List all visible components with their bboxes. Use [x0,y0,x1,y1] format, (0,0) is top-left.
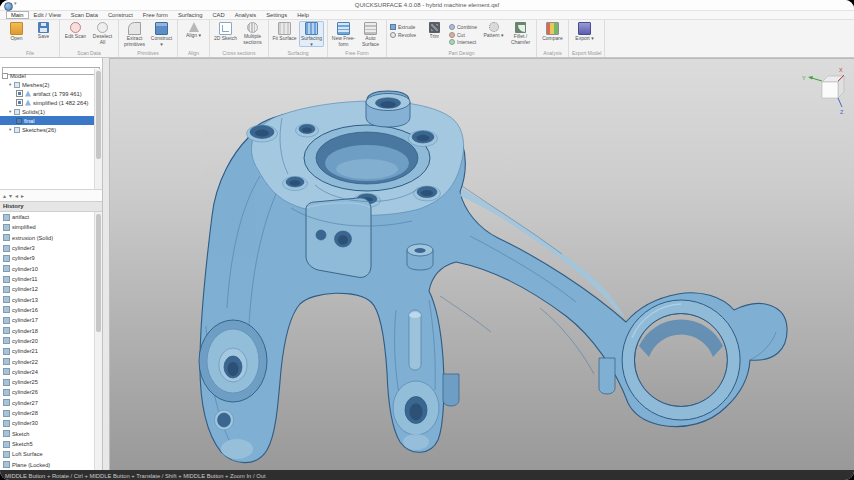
history-item-cylinder28[interactable]: cylinder28 [0,408,102,418]
construct-button[interactable]: Construct ▾ [149,21,174,47]
align-button[interactable]: Align ▾ [181,21,206,39]
fillet-chamfer-button[interactable]: Fillet / Chamfer [508,21,533,45]
viewport-3d[interactable]: Y X Z [110,58,854,470]
history-item-loft-surface[interactable]: Loft Surface [0,449,102,459]
tab-construct[interactable]: Construct [103,11,138,19]
panel-splitter[interactable] [103,58,110,470]
history-item-artifact[interactable]: artifact [0,212,102,222]
history-item-cylinder17[interactable]: cylinder17 [0,315,102,325]
history-item-cylinder12[interactable]: cylinder12 [0,284,102,294]
history-item-sketch[interactable]: Sketch [0,429,102,439]
tree-item-artifact-1-799-461[interactable]: artifact (1 799 461) [0,89,102,98]
history-item-simplified[interactable]: simplified [0,222,102,232]
feature-icon [3,451,10,458]
history-item-cylinder27[interactable]: cylinder27 [0,398,102,408]
ribbon-group-file: OpenSaveFile [1,20,60,57]
ribbon-group-part-design: ExtrudeRevolveTrimCombineCutIntersectPat… [387,20,537,57]
history-item-cylinder3[interactable]: cylinder3 [0,243,102,253]
sort-asc-icon[interactable]: ▴ [3,193,6,199]
history-item-sketch5[interactable]: Sketch5 [0,439,102,449]
auto-surface-button[interactable]: Auto Surface [358,21,383,47]
step-forward-icon[interactable]: ▸ [21,193,24,199]
ribbon-group-surfacing: Fit SurfaceSurfacing ▾Surfacing [269,20,328,57]
tie-rod-ring[interactable] [622,300,740,420]
tab-help[interactable]: Help [292,11,314,19]
intersect-button[interactable]: Intersect [449,39,479,45]
tree-scrollbar-thumb[interactable] [96,71,101,159]
compare-button[interactable]: Compare [540,21,565,42]
revolve-button[interactable]: Revolve [390,32,420,38]
multiple-sections-button[interactable]: Multiple sections [240,21,265,45]
ribbon-tabs: MainEdit / ViewScan DataConstructFree fo… [0,11,854,20]
history-item-cylinder21[interactable]: cylinder21 [0,346,102,356]
edit-scan-button[interactable]: Edit Scan [63,21,88,40]
tab-cad[interactable]: CAD [207,11,229,19]
tab-free-form[interactable]: Free form [138,11,173,19]
step-back-icon[interactable]: ◂ [15,193,18,199]
feature-icon [3,358,10,365]
left-bearing-boss[interactable] [199,320,267,402]
history-scrollbar[interactable] [94,212,102,470]
folder-icon [14,127,20,133]
fit-surface-button[interactable]: Fit Surface [272,21,297,42]
history-item-cylinder16[interactable]: cylinder16 [0,305,102,315]
tab-surfacing[interactable]: Surfacing [173,11,208,19]
tab-main[interactable]: Main [6,11,29,19]
2d-sketch-button[interactable]: 2D Sketch [213,21,238,42]
mounting-tab[interactable] [306,198,371,278]
history-item-cylinder11[interactable]: cylinder11 [0,274,102,284]
history-item-cylinder18[interactable]: cylinder18 [0,325,102,335]
tab-scan-data[interactable]: Scan Data [66,11,103,19]
model-steering-knuckle[interactable] [110,58,854,470]
combine-button[interactable]: Combine [449,24,479,30]
deselect-all-button[interactable]: Deselect All [90,21,115,45]
visibility-checkbox[interactable] [16,90,23,97]
feature-icon [3,214,10,221]
tree-item-final[interactable]: final [0,116,102,125]
cut-button[interactable]: Cut [449,32,479,38]
tab-settings[interactable]: Settings [261,11,292,19]
history-item-cylinder26[interactable]: cylinder26 [0,387,102,397]
top-boss[interactable] [366,94,410,128]
tree-scrollbar[interactable] [94,69,102,189]
app-window: ▾ QUICKSURFACE 4.0.08 - hybrid machine e… [0,0,854,480]
tree-item-solids-1[interactable]: ▾Solids(1) [0,107,102,116]
history-toolbar: ▴▾◂▸ [0,189,102,201]
tab-analysis[interactable]: Analysis [230,11,262,19]
pattern-button[interactable]: Pattern ▾ [481,21,506,39]
trim-button[interactable]: Trim [422,21,447,40]
history-item-plane-locked[interactable]: Plane (Locked) [0,460,102,470]
new-free-form-button[interactable]: New Free-form [331,21,356,47]
tree-item-sketches-26[interactable]: ▾Sketches(26) [0,125,102,134]
history-item-cylinder22[interactable]: cylinder22 [0,356,102,366]
align-icon [189,22,199,32]
open-button[interactable]: Open [4,21,29,42]
visibility-checkbox[interactable] [16,99,23,106]
history-list: artifactsimplifiedextrusion (Solid)cylin… [0,212,102,470]
history-item-cylinder24[interactable]: cylinder24 [0,367,102,377]
history-item-cylinder9[interactable]: cylinder9 [0,253,102,263]
feature-icon [3,245,10,252]
tab-edit-view[interactable]: Edit / View [29,11,66,19]
save-button[interactable]: Save [31,21,56,40]
sketch2d-icon [219,22,232,35]
export-button[interactable]: Export ▾ [572,21,597,42]
tree-item-meshes-2[interactable]: ▾Meshes(2) [0,80,102,89]
view-orientation-indicator[interactable]: Y X Z [802,64,848,116]
feature-icon [3,327,10,334]
history-scrollbar-thumb[interactable] [96,214,101,332]
history-item-cylinder13[interactable]: cylinder13 [0,295,102,305]
tree-item-simplified-1-482-264[interactable]: simplified (1 482 264) [0,98,102,107]
ribbon: OpenSaveFileEdit ScanDeselect AllScan Da… [0,20,854,58]
tree-item-model[interactable]: Model [0,71,102,80]
history-item-cylinder30[interactable]: cylinder30 [0,418,102,428]
feature-icon [3,234,10,241]
history-item-cylinder25[interactable]: cylinder25 [0,377,102,387]
history-item-cylinder20[interactable]: cylinder20 [0,336,102,346]
extract-primitives-button[interactable]: Extract primitives [122,21,147,47]
surfacing-button[interactable]: Surfacing ▾ [299,21,324,47]
sort-desc-icon[interactable]: ▾ [9,193,12,199]
history-item-extrusion-solid[interactable]: extrusion (Solid) [0,233,102,243]
extrude-button[interactable]: Extrude [390,24,420,30]
history-item-cylinder10[interactable]: cylinder10 [0,264,102,274]
